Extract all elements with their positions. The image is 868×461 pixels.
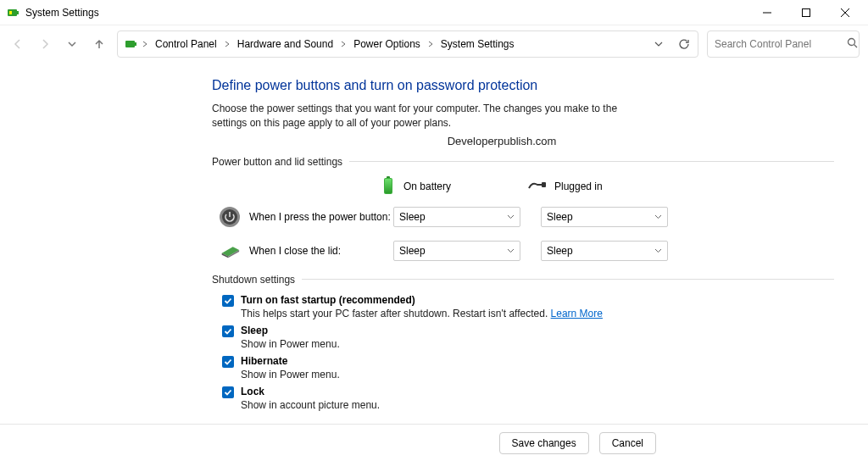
watermark-text: Developerpublish.com — [170, 135, 834, 147]
svg-rect-0 — [8, 9, 17, 16]
laptop-icon — [219, 240, 241, 262]
power-button-row: When I press the power button: Sleep Sle… — [219, 206, 834, 228]
column-header-plugged: Plugged in — [527, 180, 639, 194]
battery-icon — [7, 6, 20, 19]
learn-more-link[interactable]: Learn More — [551, 308, 603, 319]
column-header-battery: On battery — [381, 176, 493, 197]
hibernate-title: Hibernate — [241, 355, 340, 367]
chevron-down-icon — [654, 211, 662, 223]
navbar: Control Panel Hardware and Sound Power O… — [0, 25, 868, 63]
page-description: Choose the power settings that you want … — [212, 102, 653, 131]
chevron-down-icon — [507, 211, 515, 223]
sleep-item: Sleep Show in Power menu. — [222, 325, 834, 350]
power-button-plugged-select[interactable]: Sleep — [541, 207, 668, 227]
group-legend: Shutdown settings — [212, 274, 295, 286]
breadcrumb-item[interactable]: Hardware and Sound — [234, 38, 337, 50]
power-icon — [219, 206, 241, 228]
power-button-battery-select[interactable]: Sleep — [393, 207, 520, 227]
window-title: System Settings — [25, 7, 99, 19]
svg-point-9 — [849, 39, 855, 46]
close-lid-row: When I close the lid: Sleep Sleep — [219, 240, 834, 262]
chevron-right-icon — [142, 41, 148, 47]
plug-icon — [527, 180, 546, 194]
forward-button[interactable] — [36, 35, 54, 53]
hibernate-subtitle: Show in Power menu. — [241, 369, 340, 380]
recent-locations-button[interactable] — [63, 35, 81, 53]
footer: Save changes Cancel — [0, 424, 868, 461]
chevron-right-icon — [224, 41, 231, 47]
search-input[interactable] — [715, 38, 842, 50]
svg-rect-7 — [125, 41, 135, 47]
group-legend: Power button and lid settings — [212, 156, 342, 168]
svg-rect-8 — [135, 42, 136, 46]
close-button[interactable] — [826, 0, 865, 25]
save-button[interactable]: Save changes — [499, 432, 589, 454]
minimize-button[interactable] — [748, 0, 787, 25]
svg-rect-2 — [9, 11, 12, 14]
sleep-subtitle: Show in Power menu. — [241, 338, 340, 350]
divider — [302, 279, 834, 280]
breadcrumb-bar[interactable]: Control Panel Hardware and Sound Power O… — [117, 31, 698, 58]
select-value: Sleep — [547, 211, 573, 223]
fast-startup-checkbox[interactable] — [222, 295, 234, 307]
svg-rect-4 — [803, 8, 810, 16]
svg-rect-1 — [17, 11, 19, 14]
plugged-in-label: Plugged in — [554, 181, 603, 192]
up-button[interactable] — [90, 35, 108, 53]
svg-rect-14 — [542, 182, 546, 187]
chevron-right-icon — [340, 41, 347, 47]
sleep-checkbox[interactable] — [222, 325, 234, 337]
select-value: Sleep — [399, 245, 426, 257]
page-heading: Define power buttons and turn on passwor… — [212, 78, 834, 93]
divider — [349, 161, 834, 162]
hibernate-checkbox[interactable] — [222, 356, 234, 368]
svg-rect-13 — [385, 179, 392, 193]
lock-checkbox[interactable] — [222, 386, 234, 398]
lock-subtitle: Show in account picture menu. — [241, 399, 380, 411]
chevron-down-icon — [654, 245, 662, 257]
breadcrumb-item[interactable]: System Settings — [437, 38, 518, 50]
close-lid-battery-select[interactable]: Sleep — [393, 241, 520, 261]
power-button-label: When I press the power button: — [249, 211, 393, 223]
lock-item: Lock Show in account picture menu. — [222, 386, 834, 411]
hibernate-item: Hibernate Show in Power menu. — [222, 355, 834, 380]
shutdown-settings-group: Shutdown settings Turn on fast startup (… — [212, 274, 834, 411]
on-battery-label: On battery — [403, 181, 451, 192]
breadcrumb-item[interactable]: Control Panel — [152, 38, 220, 50]
cancel-button[interactable]: Cancel — [599, 432, 656, 454]
battery-icon — [381, 176, 395, 197]
fast-startup-subtitle: This helps start your PC faster after sh… — [241, 308, 603, 319]
search-icon[interactable] — [847, 37, 858, 51]
close-lid-label: When I close the lid: — [249, 245, 393, 257]
back-button[interactable] — [8, 35, 27, 53]
maximize-button[interactable] — [787, 0, 826, 25]
sleep-title: Sleep — [241, 325, 340, 336]
content-area: Define power buttons and turn on passwor… — [0, 63, 868, 424]
select-value: Sleep — [399, 211, 426, 223]
fast-startup-item: Turn on fast startup (recommended) This … — [222, 294, 834, 319]
chevron-right-icon — [427, 41, 434, 47]
svg-line-10 — [854, 45, 858, 48]
close-lid-plugged-select[interactable]: Sleep — [541, 241, 668, 261]
select-value: Sleep — [547, 245, 573, 257]
lock-title: Lock — [241, 386, 380, 397]
chevron-down-icon[interactable] — [652, 37, 665, 51]
titlebar: System Settings — [0, 0, 868, 25]
search-box[interactable] — [707, 31, 860, 58]
fast-startup-title: Turn on fast startup (recommended) — [241, 294, 603, 306]
control-panel-icon — [125, 37, 138, 51]
refresh-icon[interactable] — [677, 37, 691, 51]
breadcrumb-item[interactable]: Power Options — [350, 38, 424, 50]
power-button-lid-group: Power button and lid settings On battery… — [212, 156, 834, 262]
chevron-down-icon — [507, 245, 515, 257]
